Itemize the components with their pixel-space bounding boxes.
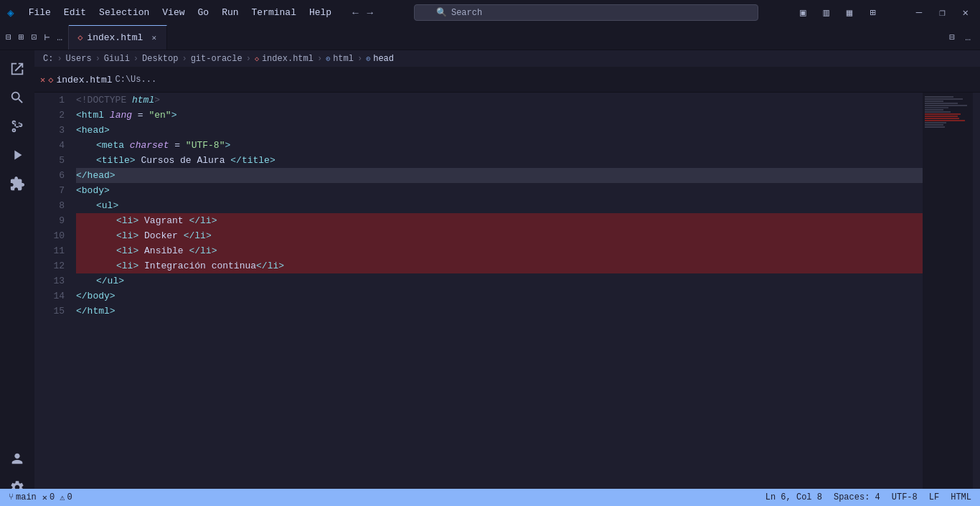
layout-icon-3: ▦: [842, 5, 857, 20]
main-layout: C: › Users › Giuli › Desktop › git-oracl…: [0, 50, 980, 506]
breadcrumb-item-users: Users: [66, 54, 92, 64]
code-line-7: <body>: [76, 183, 923, 198]
inner-tab-filename: index.html: [56, 75, 112, 85]
tab-index-html[interactable]: ◇ index.html ✕: [69, 25, 167, 50]
activity-search-icon[interactable]: [4, 85, 30, 111]
tab-actions: ⊟ ⊞ ⊡ ⊢ …: [0, 25, 69, 50]
code-line-15: </html>: [76, 304, 923, 319]
split-view-button[interactable]: ⊟: [946, 29, 958, 45]
layout-icon-4: ⊞: [865, 5, 880, 20]
inner-tab-bar: ✕ ◇ index.html C:\Us...: [34, 67, 980, 93]
menu-help[interactable]: Help: [303, 4, 337, 21]
menu-run[interactable]: Run: [216, 4, 244, 21]
more-actions-button[interactable]: …: [54, 30, 65, 45]
code-editor-main: ✕ ◇ index.html C:\Us... 1 2 3 4 5 6 7 8 …: [34, 67, 980, 489]
code-line-8: <ul>: [76, 198, 923, 213]
split-editor-button[interactable]: ⊞: [16, 29, 27, 45]
language-status[interactable]: HTML: [948, 492, 974, 502]
breadcrumb-html-icon: ◇: [255, 55, 259, 63]
error-icon: ✕: [42, 492, 47, 503]
breadcrumb-symbol-head: ⊙: [366, 55, 370, 63]
layout-icon-1: ▣: [796, 5, 810, 20]
menu-terminal[interactable]: Terminal: [246, 4, 302, 21]
breadcrumb-item-html: html: [333, 54, 354, 64]
nav-forward-button[interactable]: →: [364, 6, 377, 20]
search-box[interactable]: 🔍 Search: [414, 4, 758, 21]
inner-tab-path: C:\Us...: [115, 75, 156, 85]
nav-back-button[interactable]: ←: [349, 6, 362, 20]
search-placeholder: Search: [451, 8, 482, 18]
editor-area: C: › Users › Giuli › Desktop › git-oracl…: [34, 50, 980, 506]
warning-icon: ⚠: [60, 492, 65, 503]
nav-arrows: ← →: [349, 6, 377, 20]
toggle-panel-button[interactable]: ⊢: [41, 29, 52, 45]
menu-view[interactable]: View: [156, 4, 190, 21]
code-line-5: <title> Cursos de Alura </title>: [76, 153, 923, 168]
spaces-status[interactable]: Spaces: 4: [831, 492, 883, 502]
code-line-11: <li> Ansible </li>: [76, 243, 923, 258]
menu-file[interactable]: File: [23, 4, 57, 21]
menu-selection[interactable]: Selection: [93, 4, 155, 21]
menu-go[interactable]: Go: [192, 4, 215, 21]
activity-run-icon[interactable]: [4, 142, 30, 168]
position-status[interactable]: Ln 6, Col 8: [763, 492, 825, 502]
code-line-2: <html lang = "en">: [76, 108, 923, 123]
encoding-status[interactable]: UTF-8: [889, 492, 920, 502]
tab-filename: index.html: [87, 32, 143, 43]
tab-close-button[interactable]: ✕: [150, 32, 158, 43]
minimap: [923, 93, 973, 489]
activity-bar: [0, 50, 34, 506]
code-line-14: </body>: [76, 289, 923, 304]
breadcrumb: C: › Users › Giuli › Desktop › git-oracl…: [34, 50, 980, 67]
git-branch-status[interactable]: ⑂ main: [34, 492, 39, 502]
activity-extensions-icon[interactable]: [4, 171, 30, 197]
encoding-label: UTF-8: [892, 492, 918, 502]
close-button[interactable]: ✕: [958, 5, 973, 20]
line-numbers: 1 2 3 4 5 6 7 8 9 10 11 12 13 14 15: [34, 93, 70, 489]
breadcrumb-item-index-html: index.html: [262, 54, 314, 64]
activity-explorer-icon[interactable]: [4, 56, 30, 82]
statusbar-right: Ln 6, Col 8 Spaces: 4 UTF-8 LF HTML: [763, 492, 974, 502]
tab-more-button[interactable]: …: [961, 30, 974, 45]
collapse-editors-button[interactable]: ⊟: [3, 29, 14, 45]
code-line-13: </ul>: [76, 273, 923, 289]
layout-icon-2: ▥: [819, 5, 833, 20]
code-line-3: <head>: [76, 123, 923, 138]
breadcrumb-item-giuli: Giuli: [104, 54, 130, 64]
menu-edit[interactable]: Edit: [58, 4, 92, 21]
language-label: HTML: [951, 492, 971, 502]
vscode-logo-icon: ◈: [7, 6, 14, 20]
line-ending-status[interactable]: LF: [926, 492, 942, 502]
position-label: Ln 6, Col 8: [765, 492, 822, 502]
inner-file-icon: ◇: [48, 75, 53, 85]
titlebar: ◈ File Edit Selection View Go Run Termin…: [0, 0, 980, 25]
inner-tab-close-icon[interactable]: ✕: [40, 75, 45, 85]
html-file-icon: ◇: [77, 32, 83, 43]
breadcrumb-item-drive: C:: [43, 54, 53, 64]
search-icon: 🔍: [436, 7, 447, 18]
warnings-count: 0: [67, 492, 72, 502]
line-ending-label: LF: [929, 492, 939, 502]
tab-bar: ⊟ ⊞ ⊡ ⊢ … ◇ index.html ✕ ⊟ …: [0, 25, 980, 50]
layout-button[interactable]: ⊡: [29, 29, 40, 45]
errors-status[interactable]: ✕ 0 ⚠ 0: [39, 492, 75, 503]
breadcrumb-item-git-oracle: git-oracle: [191, 54, 242, 64]
code-line-6: </head>: [76, 168, 923, 183]
breadcrumb-symbol-html: ⊙: [326, 55, 330, 63]
errors-count: 0: [50, 492, 55, 502]
search-area: 🔍 Search: [382, 4, 790, 21]
restore-button[interactable]: ❐: [935, 5, 949, 20]
code-area[interactable]: 1 2 3 4 5 6 7 8 9 10 11 12 13 14 15: [34, 93, 923, 489]
breadcrumb-item-head[interactable]: head: [373, 54, 394, 64]
spaces-label: Spaces: 4: [834, 492, 880, 502]
status-bar: ⑂ main ✕ 0 ⚠ 0 Ln 6, Col 8 Spaces: 4 UTF…: [34, 489, 980, 506]
minimize-button[interactable]: ─: [912, 6, 926, 20]
git-branch-label: main: [34, 492, 37, 502]
window-controls: ▣ ▥ ▦ ⊞ ─ ❐ ✕: [796, 5, 973, 20]
activity-source-control-icon[interactable]: [4, 113, 30, 139]
code-line-9: <li> Vagrant </li>: [76, 213, 923, 228]
menu-bar: File Edit Selection View Go Run Terminal…: [23, 4, 338, 21]
code-line-12: <li> Integración continua</li>: [76, 258, 923, 273]
activity-account-icon[interactable]: [4, 446, 30, 472]
code-content[interactable]: <!DOCTYPE html> <html lang = "en"> <head…: [70, 93, 923, 489]
